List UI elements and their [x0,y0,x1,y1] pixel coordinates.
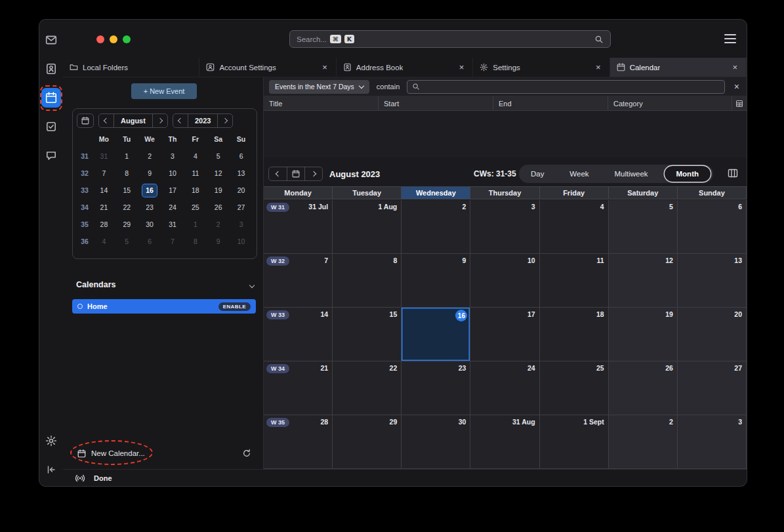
tab-close-button[interactable]: × [594,62,603,72]
zoom-window-button[interactable] [123,35,131,43]
close-window-button[interactable] [96,35,104,43]
minical-day[interactable]: 8 [184,233,207,250]
tab-close-button[interactable]: × [320,62,329,72]
rotate-view-icon[interactable] [728,168,738,178]
month-day-cell[interactable]: 3 [678,415,747,469]
minical-next-month-button[interactable] [153,114,167,127]
minical-day[interactable]: 1 [115,148,138,165]
view-month-button[interactable]: Month [665,166,711,182]
month-day-cell[interactable]: 15 [333,308,402,361]
app-menu-button[interactable] [724,34,736,43]
month-day-cell[interactable]: 29 [333,415,402,469]
minical-month-label[interactable]: August [113,114,153,127]
enable-badge[interactable]: ENABLE [218,302,251,311]
minical-day[interactable]: 10 [161,165,184,182]
minical-day[interactable]: 4 [184,148,207,165]
month-day-cell[interactable]: 4 [540,200,609,254]
month-day-cell[interactable]: 8 [333,254,402,308]
calendar-space-button[interactable] [41,88,61,108]
month-day-cell[interactable]: 26 [609,361,678,415]
minical-day[interactable]: 3 [230,216,253,233]
tab-calendar[interactable]: Calendar × [610,58,747,77]
month-day-cell[interactable]: 1 Sept [540,415,609,469]
minical-day[interactable]: 10 [230,233,253,250]
month-day-cell[interactable]: 22 [333,361,402,415]
column-header-category[interactable]: Category [608,96,732,110]
minical-day[interactable]: 17 [161,182,184,199]
minical-day[interactable]: 16 [138,182,161,199]
minical-day[interactable]: 4 [93,233,115,250]
previous-period-button[interactable] [269,167,287,180]
minimize-window-button[interactable] [110,35,117,43]
minical-day[interactable]: 6 [230,148,253,165]
month-day-cell[interactable]: 11 [540,254,609,308]
minical-today-button[interactable] [77,113,94,128]
minical-day[interactable]: 7 [161,233,184,250]
minical-day[interactable]: 12 [207,165,230,182]
minical-day[interactable]: 22 [115,199,138,216]
month-day-cell[interactable]: W 327 [264,254,333,308]
month-day-cell[interactable]: 31 Aug [470,415,539,469]
month-day-cell[interactable]: 23 [402,361,470,415]
minical-day[interactable]: 29 [115,216,138,233]
minical-day[interactable]: 5 [207,148,230,165]
month-day-cell[interactable]: 2 [402,200,470,254]
month-day-cell[interactable]: 16 [402,308,470,361]
calendars-section-header[interactable]: Calendars [76,280,254,289]
minical-day[interactable]: 9 [138,165,161,182]
view-multiweek-button[interactable]: Multiweek [605,166,657,182]
minical-day[interactable]: 13 [230,165,253,182]
next-period-button[interactable] [304,167,322,180]
minical-day[interactable]: 1 [184,216,207,233]
minical-day[interactable]: 5 [115,233,138,250]
month-day-cell[interactable]: 3 [470,200,539,254]
minical-day[interactable]: 27 [230,199,253,216]
tab-account-settings[interactable]: Account Settings × [199,58,336,77]
minical-day[interactable]: 15 [115,182,138,199]
column-header-start[interactable]: Start [378,96,493,110]
minical-day[interactable]: 28 [93,216,115,233]
month-day-cell[interactable]: 1 Aug [333,200,402,254]
event-filter-search-input[interactable] [407,80,725,94]
tab-address-book[interactable]: Address Book × [337,58,473,77]
tab-close-button[interactable]: × [457,62,466,72]
settings-space-button[interactable] [41,431,61,451]
month-day-cell[interactable]: W 3131 Jul [264,200,333,254]
month-day-cell[interactable]: 12 [609,254,678,308]
chat-space-button[interactable] [41,146,61,165]
calendar-list-item-home[interactable]: Home ENABLE [72,299,256,314]
month-day-cell[interactable]: 24 [470,361,539,415]
minical-day[interactable]: 2 [138,148,161,165]
minical-day[interactable]: 8 [115,165,138,182]
tab-close-button[interactable]: × [730,62,739,72]
month-day-cell[interactable]: W 3528 [264,415,333,469]
minical-day[interactable]: 26 [207,199,230,216]
month-day-cell[interactable]: 13 [678,254,747,308]
minical-next-year-button[interactable] [218,114,232,127]
minical-day[interactable]: 21 [93,199,115,216]
month-day-cell[interactable]: 30 [402,415,470,469]
minical-year-label[interactable]: 2023 [188,114,218,127]
minical-day[interactable]: 11 [184,165,207,182]
minical-day[interactable]: 19 [207,182,230,199]
column-picker-icon[interactable] [732,96,747,110]
synchronize-icon[interactable] [242,449,254,458]
minical-prev-year-button[interactable] [173,114,188,127]
new-event-button[interactable]: + New Event [131,83,197,99]
minical-day[interactable]: 31 [93,148,115,165]
month-day-cell[interactable]: 27 [678,361,747,415]
minical-day[interactable]: 9 [207,233,230,250]
month-day-cell[interactable]: 6 [678,200,747,254]
minical-day[interactable]: 14 [93,182,115,199]
month-day-cell[interactable]: 5 [609,200,678,254]
minical-day[interactable]: 2 [207,216,230,233]
minical-day[interactable]: 23 [138,199,161,216]
column-header-title[interactable]: Title [264,96,378,110]
minical-day[interactable]: 3 [161,148,184,165]
view-week-button[interactable]: Week [560,166,598,182]
minical-day[interactable]: 31 [161,216,184,233]
month-day-cell[interactable]: 19 [609,308,678,361]
minical-day[interactable]: 25 [184,199,207,216]
collapse-sidebar-button[interactable] [41,460,61,480]
column-header-end[interactable]: End [493,96,608,110]
